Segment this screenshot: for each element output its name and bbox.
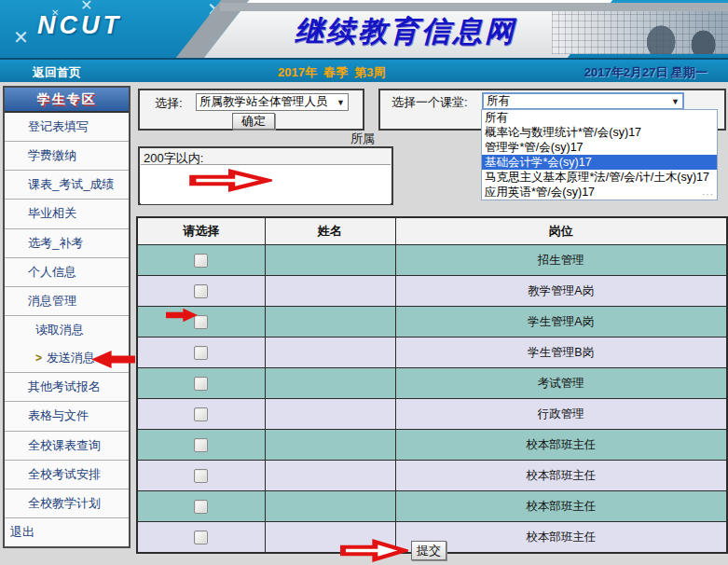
- row-checkbox[interactable]: [194, 346, 208, 360]
- table-row: 校本部班主任: [137, 461, 727, 491]
- header-select: 请选择: [137, 217, 265, 245]
- sidebar-item-label: 选考_补考: [28, 235, 83, 252]
- name-cell: [265, 491, 395, 522]
- table-row: 考试管理: [137, 368, 727, 399]
- sidebar: 学生专区 登记表填写学费缴纳课表_考试_成绩毕业相关选考_补考个人信息消息管理读…: [3, 86, 130, 548]
- table-row: 行政管理: [137, 399, 727, 430]
- course-dropdown-value: 所有: [487, 93, 510, 109]
- course-options-list: 所有概率论与数理统计*管/会(sy)17管理学*管/会(sy)17基础会计学*会…: [481, 109, 718, 200]
- annotation-arrow-submit: [339, 538, 408, 563]
- sidebar-item-label: 读取消息: [35, 322, 84, 338]
- banner-top-strip: [220, 3, 728, 11]
- sidebar-item-0[interactable]: 登记表填写: [5, 113, 129, 141]
- row-checkbox[interactable]: [194, 500, 208, 514]
- course-option-1[interactable]: 概率论与数理统计*管/会(sy)17: [482, 125, 717, 140]
- position-cell: 校本部班主任: [395, 491, 727, 522]
- confirm-button[interactable]: 确定: [232, 113, 275, 130]
- name-cell: [265, 430, 395, 461]
- row-checkbox[interactable]: [194, 407, 208, 421]
- sidebar-item-14[interactable]: 退出: [5, 517, 129, 546]
- position-cell: 教学管理A岗: [395, 276, 727, 307]
- table-row: 招生管理: [137, 245, 727, 276]
- sidebar-item-label: 全校课表查询: [28, 437, 101, 454]
- row-checkbox[interactable]: [194, 284, 208, 298]
- position-cell: 校本部班主任: [395, 430, 727, 461]
- course-dropdown[interactable]: 所有 ▼: [482, 92, 684, 110]
- course-option-2[interactable]: 管理学*管/会(sy)17: [482, 140, 717, 155]
- staff-table: 请选择 姓名 岗位 招生管理教学管理A岗学生管理A岗学生管理B岗考试管理行政管理…: [136, 216, 728, 554]
- course-option-4[interactable]: 马克思主义基本原理*法/管/会/计/土木(sy)17: [482, 170, 717, 185]
- sidebar-item-label: 表格与文件: [28, 407, 89, 424]
- active-item-marker: >: [35, 351, 42, 365]
- list-resize-grip: ···: [702, 189, 714, 200]
- position-cell: 招生管理: [395, 245, 727, 276]
- table-header-row: 请选择 姓名 岗位: [137, 217, 727, 245]
- site-title: 继续教育信息网: [275, 12, 536, 51]
- header-position: 岗位: [395, 217, 727, 245]
- sidebar-item-4[interactable]: 选考_补考: [5, 228, 129, 257]
- sidebar-menu: 登记表填写学费缴纳课表_考试_成绩毕业相关选考_补考个人信息消息管理读取消息>发…: [5, 113, 129, 546]
- row-checkbox[interactable]: [194, 531, 208, 544]
- sidebar-item-label: 登记表填写: [28, 118, 89, 135]
- return-home-link[interactable]: 返回首页: [33, 64, 81, 81]
- table-row: 学生管理B岗: [137, 338, 727, 368]
- sidebar-item-10[interactable]: 表格与文件: [5, 401, 129, 430]
- banner-photo-texture: [552, 11, 728, 54]
- course-option-5[interactable]: 应用英语*管/会(sy)17: [482, 185, 717, 200]
- annotation-arrow-send-message: [91, 350, 135, 369]
- recipient-dropdown-value: 所属教学站全体管理人员: [199, 94, 328, 110]
- chevron-down-icon: ▼: [333, 98, 345, 107]
- sidebar-item-9[interactable]: 其他考试报名: [5, 372, 129, 401]
- sidebar-item-label: 毕业相关: [28, 205, 76, 222]
- name-cell: [265, 368, 395, 399]
- table-row: 学生管理A岗: [137, 307, 727, 338]
- sidebar-item-label: 全校考试安排: [28, 466, 101, 483]
- recipient-dropdown[interactable]: 所属教学站全体管理人员 ▼: [196, 93, 349, 111]
- chevron-down-icon: ▼: [667, 97, 680, 106]
- sidebar-item-7[interactable]: 读取消息: [5, 315, 129, 344]
- name-cell: [265, 307, 395, 338]
- name-cell: [265, 338, 395, 368]
- site-banner: ✕ ✕ ✕ ✕ ✕ NCUT 继续教育信息网: [0, 0, 728, 58]
- row-checkbox[interactable]: [194, 469, 208, 483]
- name-cell: [265, 276, 395, 307]
- top-navbar: 返回首页 2017年 春季 第3周 2017年2月27日 星期一: [0, 58, 728, 82]
- sidebar-item-13[interactable]: 全校教学计划: [5, 489, 129, 517]
- position-cell: 学生管理B岗: [395, 338, 727, 368]
- sidebar-item-1[interactable]: 学费缴纳: [5, 141, 129, 170]
- sidebar-header: 学生专区: [5, 88, 129, 113]
- row-checkbox[interactable]: [194, 377, 208, 391]
- sidebar-item-label: 全校教学计划: [28, 495, 101, 512]
- sidebar-item-label: 其他考试报名: [28, 379, 101, 395]
- sidebar-item-5[interactable]: 个人信息: [5, 257, 129, 286]
- sidebar-item-label: 个人信息: [28, 264, 76, 281]
- row-checkbox[interactable]: [194, 438, 208, 452]
- course-option-3[interactable]: 基础会计学*会(sy)17: [482, 155, 717, 170]
- sidebar-item-12[interactable]: 全校考试安排: [5, 460, 129, 489]
- table-row: 校本部班主任: [137, 491, 727, 522]
- course-option-0[interactable]: 所有: [482, 110, 717, 125]
- sidebar-item-6[interactable]: 消息管理: [5, 286, 129, 315]
- position-cell: 学生管理A岗: [395, 307, 727, 338]
- position-cell: 校本部班主任: [395, 461, 727, 491]
- recipient-select-panel: 选择: 所属教学站全体管理人员 ▼ 确定: [138, 89, 364, 131]
- semester-week-label: 2017年 春季 第3周: [278, 64, 386, 81]
- name-cell: [265, 461, 395, 491]
- row-checkbox[interactable]: [194, 254, 208, 268]
- sparkle-icon: ✕: [13, 26, 29, 48]
- current-date-label: 2017年2月27日 星期一: [584, 64, 707, 81]
- position-cell: 行政管理: [395, 399, 727, 430]
- ncut-logo: NCUT: [37, 11, 122, 40]
- header-name: 姓名: [265, 217, 395, 245]
- recipient-select-label: 选择:: [155, 95, 183, 112]
- sidebar-item-label: 退出: [10, 524, 34, 541]
- name-cell: [265, 245, 395, 276]
- table-row: 校本部班主任: [137, 430, 727, 461]
- submit-button[interactable]: 提交: [411, 541, 446, 560]
- annotation-arrow-textarea: [188, 168, 272, 193]
- sidebar-item-3[interactable]: 毕业相关: [5, 199, 129, 227]
- sidebar-item-2[interactable]: 课表_考试_成绩: [5, 170, 129, 199]
- annotation-arrow-checkbox: [166, 308, 198, 323]
- sidebar-item-11[interactable]: 全校课表查询: [5, 431, 129, 460]
- sidebar-item-label: 消息管理: [28, 293, 76, 310]
